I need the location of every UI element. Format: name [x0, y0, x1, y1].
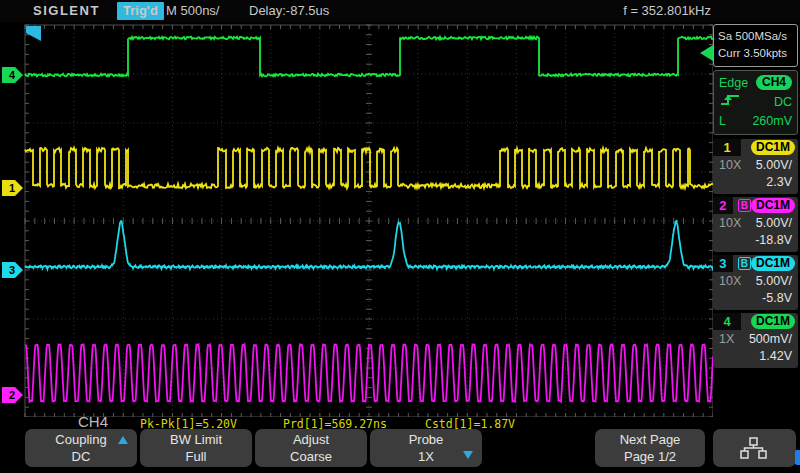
- frequency-counter: f = 352.801kHz: [623, 0, 711, 22]
- trigger-level-marker[interactable]: [700, 45, 713, 61]
- channel-attenuation: 1X: [719, 331, 734, 347]
- channel-marker-1[interactable]: 1: [2, 180, 23, 196]
- channel-offset: -5.8V: [762, 290, 792, 306]
- channel-box[interactable]: 4 DC1M 1X 500mV/ 1.42V: [713, 313, 798, 368]
- svg-text:1: 1: [9, 182, 15, 194]
- delay-readout[interactable]: Delay:-87.5us: [249, 0, 329, 22]
- softkey-title: Next Page: [620, 432, 681, 447]
- trigger-mode: Edge: [719, 76, 748, 90]
- rising-edge-icon: [719, 93, 741, 110]
- channel-coupling-badge: DC1M: [751, 314, 795, 329]
- channel-coupling-badge: DC1M: [751, 198, 795, 213]
- channel-number: 1: [713, 139, 741, 156]
- softkey-title: Coupling: [55, 432, 106, 447]
- channel-coupling-badge: DC1M: [751, 256, 795, 271]
- active-channel-label[interactable]: CH4: [78, 413, 108, 430]
- channel-attenuation: 10X: [719, 157, 741, 173]
- softkey-button[interactable]: Coupling DC: [25, 429, 137, 467]
- softkey-button[interactable]: Adjust Coarse: [255, 429, 367, 467]
- trigger-status-badge[interactable]: Trig'd: [117, 2, 164, 20]
- channel-offset: 1.42V: [759, 348, 792, 364]
- trigger-position-marker[interactable]: [26, 26, 41, 41]
- softkey-button[interactable]: BW Limit Full: [140, 429, 252, 467]
- siglent-logo: SIGLENT: [33, 0, 100, 22]
- channel-marker-3[interactable]: 3: [2, 262, 23, 278]
- oscilloscope-screen: SIGLENT Trig'd M 500ns/ Delay:-87.5us f …: [0, 0, 800, 473]
- channel-scale: 5.00V/: [756, 215, 792, 231]
- channel-number: 2: [713, 197, 733, 214]
- channel-box[interactable]: 3 B DC1M 10X 5.00V/ -5.8V: [713, 255, 798, 310]
- channel-box[interactable]: 1 DC1M 10X 5.00V/ 2.3V: [713, 139, 798, 194]
- chevron-icon: [463, 451, 473, 459]
- channel-marker-2[interactable]: 2: [2, 387, 23, 403]
- bus-badge: B: [738, 257, 751, 270]
- waveform-display[interactable]: 4132: [0, 22, 713, 417]
- trigger-level-label: L: [719, 114, 726, 128]
- channel-marker-4[interactable]: 4: [2, 67, 23, 83]
- softkey-value: Coarse: [255, 448, 367, 465]
- softkey-button[interactable]: Next Page Page 1/2: [595, 429, 705, 467]
- channel-number: 4: [713, 313, 741, 330]
- channel-attenuation: 10X: [719, 273, 741, 289]
- svg-text:4: 4: [9, 69, 16, 81]
- channel-offset: -18.8V: [755, 232, 792, 248]
- svg-text:3: 3: [9, 264, 15, 276]
- channel-scale: 5.00V/: [756, 273, 792, 289]
- softkey-value: Full: [140, 448, 252, 465]
- channel-number: 3: [713, 255, 733, 272]
- softkey-value: Page 1/2: [595, 448, 705, 465]
- channel-scale: 500mV/: [749, 331, 792, 347]
- channel-attenuation: 10X: [719, 215, 741, 231]
- chevron-icon: [118, 436, 128, 444]
- timebase-readout[interactable]: M 500ns/: [166, 0, 219, 22]
- lan-menu-button[interactable]: [713, 429, 796, 467]
- softkey-value: DC: [25, 448, 137, 465]
- softkey-title: BW Limit: [170, 432, 222, 447]
- sample-rate: Sa 500MSa/s: [718, 28, 793, 45]
- trigger-level-value: 260mV: [752, 114, 792, 128]
- softkey-button[interactable]: Probe 1X: [370, 429, 482, 467]
- memory-depth: Curr 3.50kpts: [718, 45, 793, 62]
- status-bar: SIGLENT Trig'd M 500ns/ Delay:-87.5us f …: [0, 0, 800, 22]
- softkey-title: Adjust: [293, 432, 329, 447]
- trigger-coupling: DC: [774, 95, 792, 109]
- bus-badge: B: [738, 199, 751, 212]
- softkey-title: Probe: [409, 432, 444, 447]
- trace-ch4: [25, 37, 713, 77]
- channel-box[interactable]: 2 B DC1M 10X 5.00V/ -18.8V: [713, 197, 798, 252]
- channel-scale: 5.00V/: [756, 157, 792, 173]
- svg-text:2: 2: [9, 389, 15, 401]
- acquisition-info-box: Sa 500MSa/s Curr 3.50kpts: [713, 24, 798, 67]
- scroll-indicator: [795, 450, 800, 465]
- channel-coupling-badge: DC1M: [751, 140, 795, 155]
- trigger-source-badge: CH4: [756, 75, 792, 90]
- channel-offset: 2.3V: [766, 174, 792, 190]
- trigger-info-box[interactable]: Edge CH4 DC L 260mV: [713, 70, 798, 135]
